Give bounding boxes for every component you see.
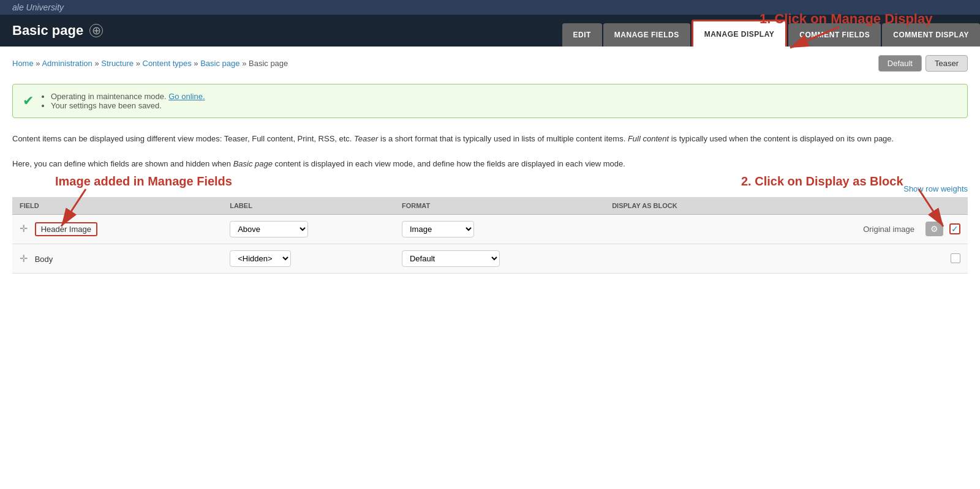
tab-comment-fields[interactable]: COMMENT FIELDS [788,23,881,47]
display-block-checkbox-body[interactable] [951,253,960,263]
university-text: ale University [12,2,64,12]
tab-manage-fields[interactable]: MANAGE FIELDS [603,23,690,47]
field-cell-body: ✛ Body [12,244,222,273]
drag-handle-body[interactable]: ✛ [20,253,28,264]
breadcrumb-home[interactable]: Home [12,59,34,68]
label-cell-header-image: Above Inline Hidden Visually Hidden [222,214,394,244]
teaser-view-button[interactable]: Teaser [925,55,968,72]
original-image-text: Original image [863,225,914,234]
page-title: Basic page [12,23,83,39]
field-name-body: Body [35,255,53,264]
tab-manage-display[interactable]: MANAGE DISPLAY [692,20,788,47]
notice-box: ✔ Operating in maintenance mode. Go onli… [12,84,968,118]
tab-edit[interactable]: EDIT [562,23,602,47]
col-field-header: FIELD [12,197,222,215]
university-bar: ale University [0,0,980,15]
breadcrumb-administration[interactable]: Administration [42,59,92,68]
breadcrumb-structure[interactable]: Structure [101,59,134,68]
table-header-row: FIELD LABEL FORMAT DISPLAY AS BLOCK [12,197,968,215]
label-cell-body: <Hidden> Above Inline [222,244,394,273]
show-row-weights-link[interactable]: Show row weights [0,181,980,197]
description-para2: Here, you can define which fields are sh… [0,149,980,174]
format-cell-header-image: Image URL to image Default [394,214,605,244]
check-icon: ✔ [23,93,34,109]
breadcrumb-basic-page[interactable]: Basic page [200,59,239,68]
notice-text: Operating in maintenance mode. Go online… [41,92,205,110]
format-select-header-image[interactable]: Image URL to image Default [402,221,474,237]
display-block-checkbox-header-image[interactable]: ✓ [949,223,960,234]
gear-button-header-image[interactable]: ⚙ [925,222,943,236]
fields-table: FIELD LABEL FORMAT DISPLAY AS BLOCK ✛ He… [12,197,968,274]
display-cell-header-image: Original image ⚙ ✓ [605,214,968,244]
col-label-header: LABEL [222,197,394,215]
view-mode-buttons: Default Teaser [878,55,968,72]
field-cell-header-image: ✛ Header Image [12,214,222,244]
display-cell-body [605,244,968,273]
field-name-header-image: Header Image [35,222,97,236]
notice-item-maintenance: Operating in maintenance mode. Go online… [51,92,205,101]
col-format-header: FORMAT [394,197,605,215]
breadcrumb: Home » Administration » Structure » Cont… [12,59,288,68]
go-online-link[interactable]: Go online. [168,92,205,101]
top-bar: Basic page ⊕ EDIT MANAGE FIELDS MANAGE D… [0,15,980,47]
format-cell-body: Default Trimmed Summary or trimmed [394,244,605,273]
col-display-header: DISPLAY AS BLOCK [605,197,968,215]
breadcrumb-content-types[interactable]: Content types [143,59,192,68]
add-button[interactable]: ⊕ [89,24,103,37]
label-select-header-image[interactable]: Above Inline Hidden Visually Hidden [230,221,308,237]
table-row: ✛ Header Image Above Inline Hidden Visua… [12,214,968,244]
drag-handle-header-image[interactable]: ✛ [20,223,28,234]
notice-item-saved: Your settings have been saved. [51,101,205,110]
checkmark-icon: ✓ [951,224,959,234]
breadcrumb-current: Basic page [249,59,288,68]
breadcrumb-row: Home » Administration » Structure » Cont… [0,47,980,78]
table-row: ✛ Body <Hidden> Above Inline Default [12,244,968,273]
tab-comment-display[interactable]: COMMENT DISPLAY [882,23,980,47]
tab-navigation: EDIT MANAGE FIELDS MANAGE DISPLAY COMMEN… [561,15,981,47]
format-select-body[interactable]: Default Trimmed Summary or trimmed [402,250,500,267]
label-select-body[interactable]: <Hidden> Above Inline [230,250,291,267]
description-para1: Content items can be displayed using dif… [0,124,980,149]
default-view-button[interactable]: Default [878,55,922,72]
